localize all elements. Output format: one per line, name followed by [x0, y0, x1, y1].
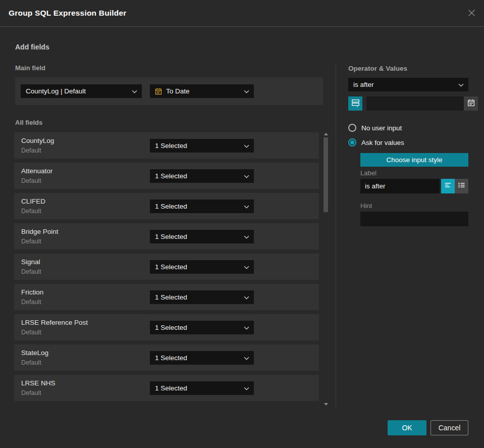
field-values-select-value: 1 Selected — [155, 142, 187, 150]
hint-input[interactable] — [360, 212, 468, 226]
bullet-list-icon — [458, 181, 465, 191]
scrollbar-thumb[interactable] — [324, 137, 328, 212]
radio-label: Ask for values — [361, 139, 404, 146]
title-bar: Group SQL Expression Builder — [0, 0, 484, 27]
ok-button[interactable]: OK — [388, 420, 426, 435]
group-sql-expression-builder-dialog: Group SQL Expression Builder Add fields … — [0, 0, 484, 448]
field-values-select-value: 1 Selected — [155, 233, 187, 240]
chevron-down-icon — [244, 90, 249, 93]
main-field-container: CountyLog | Default To Date — [15, 77, 323, 105]
field-row: StateLogDefault1 Selected — [14, 344, 319, 371]
field-values-select[interactable]: 1 Selected — [150, 230, 254, 243]
field-subtitle: Default — [21, 238, 41, 245]
label-input[interactable] — [360, 179, 440, 193]
chevron-down-icon — [458, 83, 464, 87]
value-input[interactable] — [366, 96, 464, 111]
field-values-select[interactable]: 1 Selected — [150, 200, 254, 213]
add-fields-heading: Add fields — [15, 43, 49, 51]
field-subtitle: Default — [21, 147, 41, 154]
operator-select-value: is after — [353, 81, 374, 88]
chevron-down-icon — [244, 387, 249, 390]
field-subtitle: Default — [21, 359, 41, 366]
chevron-down-icon — [244, 205, 249, 209]
chevron-down-icon — [244, 235, 249, 239]
date-mode-select[interactable]: To Date — [150, 84, 254, 98]
chevron-down-icon — [244, 175, 249, 178]
operator-select[interactable]: is after — [348, 78, 468, 91]
field-name: CountyLog — [21, 137, 54, 144]
field-row: AttenuatorDefault1 Selected — [14, 163, 319, 189]
dialog-title: Group SQL Expression Builder — [9, 0, 127, 26]
field-values-select[interactable]: 1 Selected — [150, 321, 254, 334]
field-values-select-value: 1 Selected — [155, 263, 187, 271]
date-picker-button[interactable] — [464, 96, 478, 111]
main-field-label: Main field — [15, 64, 45, 72]
date-mode-select-value: To Date — [166, 87, 190, 95]
field-values-select[interactable]: 1 Selected — [150, 139, 254, 153]
field-name: CLIFED — [21, 197, 45, 205]
field-row: SignalDefault1 Selected — [14, 254, 319, 280]
radio-icon — [348, 124, 356, 132]
field-values-select[interactable]: 1 Selected — [150, 351, 254, 365]
field-subtitle: Default — [21, 268, 41, 275]
cancel-button[interactable]: Cancel — [431, 420, 468, 435]
operator-values-heading: Operator & Values — [348, 65, 407, 72]
chevron-down-icon — [132, 90, 137, 93]
field-values-select-value: 1 Selected — [155, 203, 187, 210]
scroll-up-arrow-icon[interactable] — [324, 133, 328, 135]
field-values-select[interactable]: 1 Selected — [150, 290, 254, 304]
field-values-select-value: 1 Selected — [155, 384, 187, 392]
choose-input-style-button[interactable]: Choose input style — [360, 153, 468, 167]
field-values-select-value: 1 Selected — [155, 324, 187, 331]
field-subtitle: Default — [21, 329, 41, 336]
close-icon — [467, 9, 476, 19]
radio-ask-for-values[interactable]: Ask for values — [348, 138, 404, 146]
label-row — [360, 179, 468, 193]
field-name: StateLog — [21, 349, 48, 357]
field-name: Friction — [21, 288, 43, 296]
chevron-down-icon — [244, 266, 249, 269]
chevron-down-icon — [244, 326, 249, 330]
radio-no-user-input[interactable]: No user input — [348, 124, 402, 132]
field-values-select-value: 1 Selected — [155, 293, 187, 301]
panel-divider — [336, 63, 336, 407]
field-subtitle: Default — [21, 208, 41, 215]
field-name: Signal — [21, 258, 40, 266]
all-fields-list: CountyLogDefault1 SelectedAttenuatorDefa… — [14, 132, 319, 405]
align-left-icon — [444, 181, 452, 191]
main-field-select[interactable]: CountyLog | Default — [21, 84, 142, 98]
single-line-toggle[interactable] — [441, 179, 455, 193]
chevron-down-icon — [244, 357, 249, 360]
field-values-select-value: 1 Selected — [155, 354, 187, 362]
field-values-select[interactable]: 1 Selected — [150, 381, 254, 395]
value-input-row — [348, 96, 468, 111]
field-subtitle: Default — [21, 389, 41, 396]
field-row: CountyLogDefault1 Selected — [14, 132, 319, 159]
field-name: Bridge Point — [21, 228, 59, 235]
hint-caption: Hint — [360, 202, 372, 210]
field-name: LRSE Reference Post — [21, 319, 88, 326]
radio-label: No user input — [361, 124, 402, 132]
radio-icon-checked — [348, 138, 356, 146]
field-subtitle: Default — [21, 298, 41, 306]
close-button[interactable] — [465, 7, 478, 20]
field-values-select[interactable]: 1 Selected — [150, 260, 254, 274]
field-row: CLIFEDDefault1 Selected — [14, 193, 319, 219]
field-row: Bridge PointDefault1 Selected — [14, 223, 319, 250]
chevron-down-icon — [244, 296, 249, 300]
all-fields-label: All fields — [15, 119, 42, 126]
field-row: LRSE Reference PostDefault1 Selected — [14, 314, 319, 340]
list-toggle[interactable] — [455, 179, 468, 193]
field-name: Attenuator — [21, 167, 52, 175]
list-scrollbar[interactable] — [324, 132, 329, 406]
label-caption: Label — [360, 169, 377, 177]
chevron-down-icon — [244, 144, 249, 148]
value-list-button[interactable] — [348, 96, 362, 111]
scroll-down-arrow-icon[interactable] — [324, 403, 328, 406]
field-values-select[interactable]: 1 Selected — [150, 169, 254, 183]
main-field-select-value: CountyLog | Default — [26, 87, 86, 95]
calendar-icon — [467, 99, 475, 109]
input-style-toggle-group — [441, 179, 468, 193]
field-subtitle: Default — [21, 177, 41, 184]
field-name: LRSE NHS — [21, 379, 56, 387]
